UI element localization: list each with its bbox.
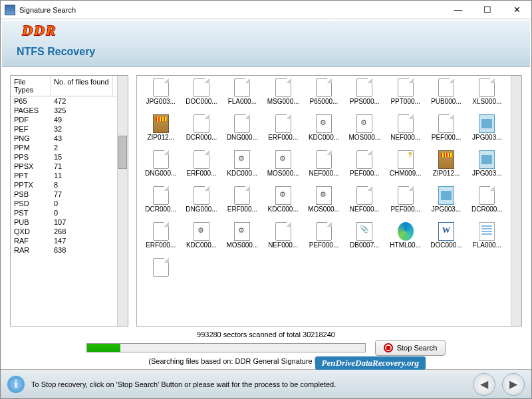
- watermark: PenDriveDataRecovery.org: [315, 356, 426, 370]
- table-row[interactable]: PST0: [11, 208, 117, 217]
- file-item[interactable]: PPT000...: [386, 78, 425, 113]
- file-item[interactable]: MOS000...: [345, 114, 384, 149]
- file-label: KDC000...: [268, 205, 299, 213]
- file-item[interactable]: NEF000...: [304, 150, 343, 185]
- progress-bar: [86, 343, 366, 352]
- file-item[interactable]: KDC000...: [223, 150, 262, 185]
- file-item[interactable]: ERF000...: [263, 114, 303, 149]
- table-row[interactable]: PDF49: [11, 115, 117, 124]
- zip-file-icon: [153, 114, 169, 133]
- blank-file-icon: [356, 186, 372, 205]
- table-row[interactable]: PPSX71: [11, 162, 117, 171]
- file-item[interactable]: MOS000...: [304, 186, 343, 221]
- file-item[interactable]: PUB000...: [426, 78, 466, 113]
- file-label: CHM009...: [390, 170, 422, 177]
- cell-type: PDF: [11, 115, 51, 124]
- cell-type: PSD: [11, 199, 51, 208]
- file-item[interactable]: HTML00...: [386, 222, 425, 257]
- file-item[interactable]: KDC000...: [304, 114, 343, 149]
- table-row[interactable]: RAF147: [11, 236, 117, 245]
- table-row[interactable]: P65472: [11, 96, 117, 106]
- file-item[interactable]: DCR000...: [182, 114, 221, 149]
- file-item[interactable]: KDC000...: [182, 222, 221, 257]
- table-row[interactable]: PUB107: [11, 217, 117, 227]
- minimize-button[interactable]: —: [444, 1, 473, 19]
- file-item[interactable]: DCR000...: [141, 186, 180, 221]
- file-item[interactable]: MOS000...: [263, 150, 303, 185]
- file-item[interactable]: NEF000...: [345, 186, 384, 221]
- back-button[interactable]: ◀: [473, 373, 495, 396]
- blank-file-icon: [153, 150, 169, 169]
- table-row[interactable]: PSB77: [11, 190, 117, 199]
- file-item[interactable]: JPG003...: [467, 150, 507, 185]
- close-button[interactable]: ✕: [502, 1, 531, 19]
- file-item[interactable]: JPG003...: [426, 186, 466, 221]
- table-row[interactable]: QXD268: [11, 227, 117, 236]
- file-item[interactable]: PPS000...: [345, 78, 384, 113]
- blank-file-icon: [438, 114, 454, 133]
- banner: DDR NTFS Recovery: [2, 21, 530, 67]
- blank-file-icon: [234, 186, 250, 205]
- table-row[interactable]: PPM2: [11, 143, 117, 152]
- file-item[interactable]: PEF000...: [304, 222, 343, 257]
- table-row[interactable]: PPT11: [11, 171, 117, 180]
- table-row[interactable]: PPTX8: [11, 180, 117, 190]
- forward-button[interactable]: ▶: [502, 373, 525, 396]
- file-item[interactable]: MSG000...: [263, 78, 303, 113]
- file-item[interactable]: DNG000...: [182, 186, 221, 221]
- file-item[interactable]: P65000...: [304, 78, 343, 113]
- file-item[interactable]: ZIP012...: [426, 150, 466, 185]
- blank-file-icon: [153, 258, 169, 277]
- file-label: DOC000...: [186, 98, 217, 105]
- table-row[interactable]: PNG43: [11, 134, 117, 143]
- col-header-count[interactable]: No. of files found: [51, 76, 113, 96]
- file-item[interactable]: DNG000...: [223, 114, 262, 149]
- maximize-button[interactable]: ☐: [473, 1, 502, 19]
- file-item[interactable]: NEF000...: [263, 222, 303, 257]
- right-scrollbar[interactable]: [511, 76, 521, 326]
- file-item[interactable]: PEF000...: [426, 114, 466, 149]
- file-item[interactable]: ERF000...: [141, 222, 180, 257]
- blank-file-icon: [398, 78, 414, 97]
- img-file-icon: [438, 186, 454, 205]
- file-item[interactable]: JPG003...: [141, 78, 180, 113]
- file-item[interactable]: KDC000...: [263, 186, 303, 221]
- file-item[interactable]: DNG000...: [141, 150, 180, 185]
- file-item[interactable]: XLS000...: [467, 78, 507, 113]
- cell-count: 49: [51, 115, 65, 124]
- cell-type: PPS: [11, 152, 51, 162]
- file-item[interactable]: CHM009...: [386, 150, 425, 185]
- file-item[interactable]: JPG003...: [467, 114, 507, 149]
- file-item[interactable]: ERF000...: [182, 150, 221, 185]
- file-item[interactable]: PEF000...: [345, 150, 384, 185]
- file-item[interactable]: DOC000...: [426, 222, 466, 257]
- file-item[interactable]: DB0007...: [345, 222, 384, 257]
- file-item[interactable]: ZIP012...: [141, 114, 180, 149]
- gear-file-icon: [194, 222, 209, 241]
- file-item[interactable]: FLA000...: [467, 222, 507, 257]
- scrollbar-thumb[interactable]: [118, 136, 127, 169]
- table-row[interactable]: PSD0: [11, 199, 117, 208]
- table-row[interactable]: PEF32: [11, 124, 117, 134]
- file-item[interactable]: FLA000...: [223, 78, 262, 113]
- stop-search-button[interactable]: Stop Search: [375, 340, 446, 356]
- file-item[interactable]: DCR000...: [467, 186, 507, 221]
- cell-count: 638: [51, 245, 69, 255]
- file-label: DOC000...: [430, 241, 462, 249]
- file-label: ZIP012...: [147, 134, 174, 141]
- table-row[interactable]: RAR638: [11, 245, 117, 255]
- table-row[interactable]: PPS15: [11, 152, 117, 162]
- file-item[interactable]: DOC000...: [182, 78, 221, 113]
- file-item[interactable]: ERF000...: [223, 186, 262, 221]
- left-scrollbar[interactable]: [117, 76, 128, 326]
- blank-file-icon: [153, 186, 169, 205]
- file-item[interactable]: NEF000...: [386, 114, 425, 149]
- cell-type: RAF: [11, 236, 51, 245]
- col-header-types[interactable]: File Types: [11, 76, 51, 96]
- file-label: DNG000...: [186, 205, 217, 213]
- table-row[interactable]: PAGES325: [11, 106, 117, 115]
- file-item[interactable]: MOS000...: [223, 222, 262, 257]
- file-item[interactable]: PEF000...: [386, 186, 425, 221]
- file-label: PEF000...: [350, 170, 379, 177]
- file-item[interactable]: [141, 258, 180, 293]
